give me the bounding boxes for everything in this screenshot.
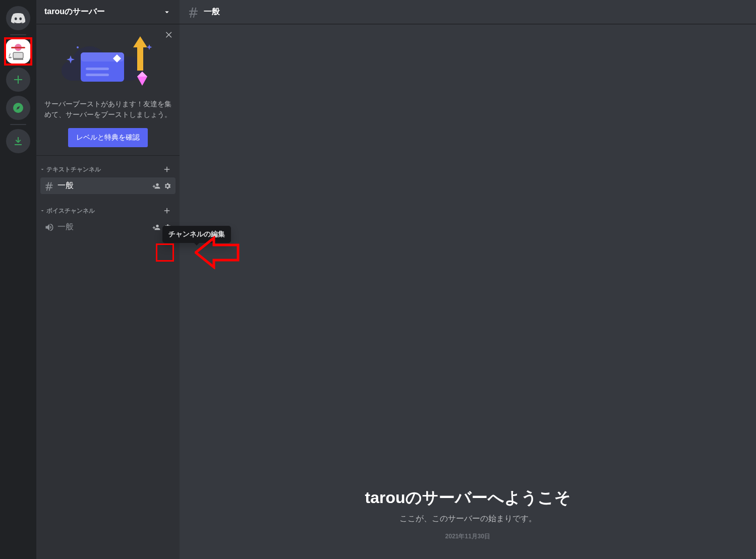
welcome-title: tarouのサーバーへようこそ xyxy=(365,487,571,508)
person-plus-icon xyxy=(152,182,160,190)
svg-rect-2 xyxy=(11,47,25,48)
speaker-icon xyxy=(44,222,54,232)
server-rail xyxy=(0,0,36,559)
main-chat-area: 一般 tarouのサーバーへようこそ ここが、このサーバーの始まりです。 202… xyxy=(180,0,756,559)
boost-check-perks-button[interactable]: レベルと特典を確認 xyxy=(68,128,148,147)
server-name: tarouのサーバー xyxy=(44,7,105,17)
server-icon-tarou[interactable] xyxy=(6,39,30,64)
text-channel-general[interactable]: 一般 xyxy=(40,177,176,194)
server-avatar-image xyxy=(6,39,30,64)
category-label: テキストチャンネル xyxy=(46,165,101,174)
svg-point-10 xyxy=(77,46,79,48)
svg-rect-3 xyxy=(13,52,23,58)
plus-icon xyxy=(162,206,171,215)
create-channel-button[interactable] xyxy=(162,165,171,174)
chevron-down-icon xyxy=(39,166,45,172)
channel-name: 一般 xyxy=(57,180,152,191)
rail-separator xyxy=(10,34,26,35)
category-label: ボイスチャンネル xyxy=(46,207,95,215)
channel-name: 一般 xyxy=(57,222,152,232)
person-plus-icon xyxy=(152,223,160,231)
tooltip-edit-channel: チャンネルの編集 xyxy=(162,226,231,243)
compass-icon xyxy=(12,102,24,114)
add-server-button[interactable] xyxy=(6,68,30,92)
create-invite-button[interactable] xyxy=(152,223,160,231)
gear-icon xyxy=(163,182,171,190)
svg-rect-8 xyxy=(86,68,109,70)
svg-point-5 xyxy=(9,57,12,58)
channel-sidebar: tarouのサーバー xyxy=(36,0,180,559)
plus-icon xyxy=(162,165,171,174)
welcome-subtitle: ここが、このサーバーの始まりです。 xyxy=(365,514,571,524)
category-text-channels[interactable]: テキストチャンネル xyxy=(36,162,180,177)
server-header[interactable]: tarouのサーバー xyxy=(36,0,180,24)
svg-rect-9 xyxy=(86,74,109,76)
svg-rect-4 xyxy=(13,58,23,60)
explore-servers-button[interactable] xyxy=(6,96,30,120)
plus-icon xyxy=(12,74,24,86)
edit-channel-button[interactable] xyxy=(163,182,171,190)
chevron-down-icon xyxy=(162,8,171,17)
create-channel-button[interactable] xyxy=(162,206,171,215)
home-button[interactable] xyxy=(6,6,30,30)
discord-logo-icon xyxy=(11,13,25,23)
channel-list: テキストチャンネル 一般 ボイスチャ xyxy=(36,156,180,242)
download-icon xyxy=(12,135,24,147)
boost-banner-text: サーバーブーストがあります！友達を集めて、サーバーをブーストしましょう。 xyxy=(44,99,171,120)
chat-messages[interactable]: tarouのサーバーへようこそ ここが、このサーバーの始まりです。 2021年1… xyxy=(180,24,756,559)
tooltip-text: チャンネルの編集 xyxy=(168,230,225,238)
hash-icon xyxy=(188,6,200,18)
boost-illustration xyxy=(44,32,171,93)
welcome-block: tarouのサーバーへようこそ ここが、このサーバーの始まりです。 2021年1… xyxy=(365,487,571,541)
rail-separator xyxy=(10,124,26,125)
chevron-down-icon xyxy=(39,208,45,214)
voice-channel-general[interactable]: 一般 xyxy=(40,219,176,235)
category-voice-channels[interactable]: ボイスチャンネル xyxy=(36,203,180,218)
boost-banner: サーバーブーストがあります！友達を集めて、サーバーをブーストしましょう。 レベル… xyxy=(36,24,180,156)
download-apps-button[interactable] xyxy=(6,129,30,153)
date-divider: 2021年11月30日 xyxy=(365,532,571,541)
channel-header: 一般 xyxy=(180,0,756,24)
create-invite-button[interactable] xyxy=(152,182,160,190)
hash-icon xyxy=(44,181,54,191)
channel-title: 一般 xyxy=(204,7,220,17)
